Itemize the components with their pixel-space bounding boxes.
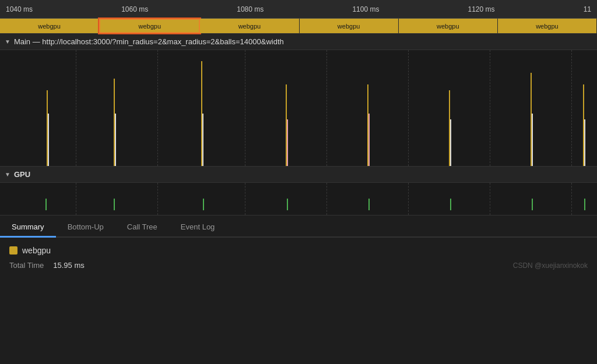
gpu-dashed-line	[408, 183, 409, 215]
total-time-label: Total Time	[9, 261, 44, 270]
time-marker-5: 11	[584, 5, 591, 13]
summary-panel: webgpu Total Time 15.95 ms CSDN @xuejian…	[0, 238, 597, 278]
time-marker-0: 1040 ms	[6, 5, 33, 13]
gpu-dashed-line	[76, 183, 76, 215]
dashed-line	[490, 50, 490, 166]
gpu-dashed-line	[245, 183, 245, 215]
time-marker-1: 1060 ms	[121, 5, 148, 13]
gpu-bar-3	[287, 199, 288, 210]
gpu-bar-6	[532, 199, 533, 210]
main-thread-header: ▼ Main — http://localhost:3000/?min_radi…	[0, 34, 597, 50]
flame-bar-3	[115, 114, 116, 166]
gpu-bar-1	[114, 199, 115, 210]
time-markers: 1040 ms 1060 ms 1080 ms 1100 ms 1120 ms …	[6, 5, 591, 13]
webgpu-segment-2[interactable]: webgpu	[200, 19, 299, 33]
summary-item: webgpu	[9, 246, 588, 255]
gpu-dashed-line	[490, 183, 490, 215]
flame-bar-7	[287, 119, 288, 166]
tab-call-tree[interactable]: Call Tree	[115, 218, 169, 238]
dashed-line	[571, 50, 572, 166]
gpu-dashed-line	[326, 183, 327, 215]
webgpu-segment-5[interactable]: webgpu	[498, 19, 597, 33]
tabs-bar: SummaryBottom-UpCall TreeEvent Log	[0, 215, 597, 238]
dashed-line	[76, 50, 76, 166]
time-marker-4: 1120 ms	[468, 5, 495, 13]
webgpu-segment-3[interactable]: webgpu	[300, 19, 399, 33]
gpu-dashed-line	[571, 183, 572, 215]
dashed-line	[245, 50, 245, 166]
timeline-header: 1040 ms 1060 ms 1080 ms 1100 ms 1120 ms …	[0, 0, 597, 19]
webgpu-segment-1[interactable]: webgpu	[99, 19, 200, 33]
dashed-line	[326, 50, 327, 166]
gpu-bar-5	[450, 199, 451, 210]
total-time-row: Total Time 15.95 ms	[9, 261, 588, 270]
gpu-timeline	[0, 183, 597, 215]
gpu-header: ▼ GPU	[0, 167, 597, 183]
time-marker-2: 1080 ms	[237, 5, 264, 13]
dashed-line	[408, 50, 409, 166]
dashed-line	[157, 50, 158, 166]
gpu-bar-2	[203, 199, 204, 210]
summary-color-box	[9, 246, 17, 255]
tab-bottom-up[interactable]: Bottom-Up	[56, 218, 115, 238]
watermark: CSDN @xuejianxinokok	[513, 261, 588, 270]
main-thread-label: Main — http://localhost:3000/?min_radius…	[14, 37, 284, 46]
time-marker-3: 1100 ms	[352, 5, 379, 13]
webgpu-segment-4[interactable]: webgpu	[399, 19, 498, 33]
webgpu-segment-0[interactable]: webgpu	[0, 19, 99, 33]
flame-bar-11	[450, 119, 451, 166]
webgpu-track: webgpuwebgpuwebgpuwebgpuwebgpuwebgpu	[0, 19, 597, 34]
main-collapse-icon[interactable]: ▼	[5, 38, 10, 45]
gpu-dashed-line	[157, 183, 158, 215]
gpu-bar-0	[45, 199, 47, 210]
gpu-bar-7	[584, 199, 585, 210]
tab-event-log[interactable]: Event Log	[169, 218, 227, 238]
gpu-label: GPU	[14, 170, 30, 179]
flame-bar-5	[202, 114, 203, 166]
main-thread-timeline	[0, 50, 597, 167]
flame-bar-15	[584, 119, 585, 166]
total-time-value: 15.95 ms	[53, 261, 84, 270]
gpu-collapse-icon[interactable]: ▼	[5, 171, 10, 178]
flame-bar-1	[48, 114, 49, 166]
flame-bar-9	[368, 114, 370, 166]
gpu-bar-4	[368, 199, 370, 210]
flame-bar-13	[532, 114, 533, 166]
tab-summary[interactable]: Summary	[0, 218, 56, 238]
summary-item-label: webgpu	[22, 246, 51, 255]
